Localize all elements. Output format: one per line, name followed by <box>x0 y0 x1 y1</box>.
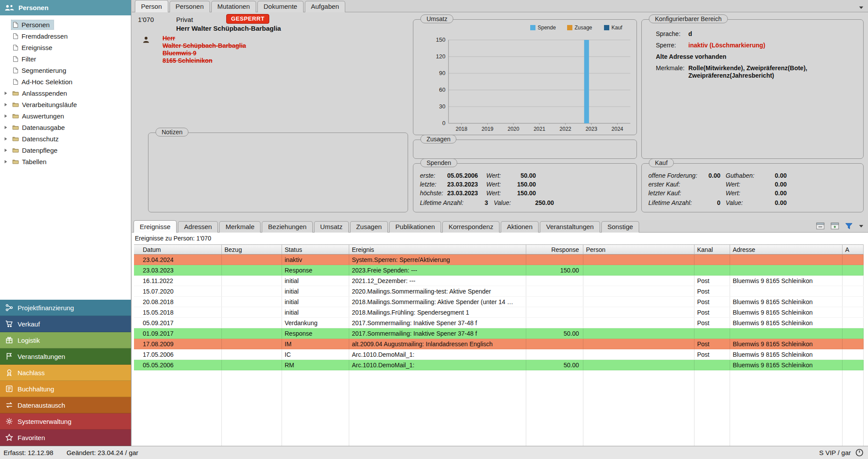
event-row[interactable]: 16.11.2022initial2021.12_Dezember: ---Po… <box>134 276 864 286</box>
module-projektfinanzierung[interactable]: Projektfinanzierung <box>0 300 131 316</box>
expander-icon[interactable] <box>4 126 9 129</box>
event-row[interactable]: 05.05.2006RMArc.1010.DemoMail_1:50.00Blu… <box>134 360 864 370</box>
kauf-label: Value: <box>726 199 743 206</box>
event-row[interactable]: 20.08.2018initial2018.Mailings.Sommermai… <box>134 297 864 307</box>
event-row[interactable]: 15.07.2020initial2020.Mailings.Sommermai… <box>134 286 864 297</box>
cell-status: initial <box>282 276 349 286</box>
tab-person[interactable]: Person <box>135 0 168 12</box>
gesperrt-badge: GESPERRT <box>226 14 269 24</box>
cell-bezug <box>222 297 282 307</box>
tree-item-anlassspenden[interactable]: Anlassspenden <box>0 87 131 99</box>
tree-item-verarbeitungsl-ufe[interactable]: Verarbeitungsläufe <box>0 99 131 110</box>
cell-bezug <box>222 265 282 275</box>
expander-icon[interactable] <box>4 114 9 118</box>
module-list: ProjektfinanzierungVerkaufLogistikVerans… <box>0 300 131 446</box>
expander-icon[interactable] <box>4 148 9 152</box>
event-row[interactable]: 23.03.2023Response2023.Freie Spenden: --… <box>134 265 864 276</box>
tree-item-filter[interactable]: Filter <box>0 53 131 65</box>
detail-tab-beziehungen[interactable]: Beziehungen <box>262 221 313 233</box>
y-tick-label: 0 <box>442 120 445 126</box>
sidebar-header: Personen <box>0 0 131 15</box>
detail-tab-adressen[interactable]: Adressen <box>178 221 218 233</box>
tabstrip-overflow-arrow-icon[interactable] <box>859 6 864 9</box>
tree-item-datenschutz[interactable]: Datenschutz <box>0 133 131 144</box>
tab-mutationen[interactable]: Mutationen <box>211 1 256 12</box>
detail-tab-sonstige[interactable]: Sonstige <box>601 221 639 233</box>
expander-icon[interactable] <box>4 137 9 141</box>
col-header-ereignis[interactable]: Ereignis <box>349 244 526 255</box>
filter-icon[interactable] <box>845 223 853 230</box>
event-row[interactable]: 23.04.2024inaktivSystem.Sperren: Sperre/… <box>134 255 864 265</box>
detail-overflow-arrow-icon[interactable] <box>859 225 864 228</box>
tree-item-label: Datenschutz <box>22 135 58 143</box>
tab-aufgaben[interactable]: Aufgaben <box>305 1 345 12</box>
col-header-status[interactable]: Status <box>282 244 349 255</box>
module-veranstaltungen[interactable]: Veranstaltungen <box>0 348 131 365</box>
star-icon <box>5 434 13 441</box>
cell-bezug <box>222 276 282 286</box>
module-label: Logistik <box>18 337 40 344</box>
detail-tab-korrespondenz[interactable]: Korrespondenz <box>442 221 499 233</box>
event-row[interactable]: 17.05.2006ICArc.1010.DemoMail_1:PostBlue… <box>134 349 864 360</box>
detail-tab-umsatz[interactable]: Umsatz <box>314 221 349 233</box>
spenden-date: 23.03.2023 <box>447 190 478 197</box>
module-favoriten[interactable]: Favoriten <box>0 430 131 446</box>
spenden-groupbox: Spenden erste: 05.05.2006 Wert: 50.00 le… <box>413 163 637 212</box>
panel-collapse-icon[interactable] <box>816 222 825 230</box>
module-datenaustausch[interactable]: Datenaustausch <box>0 397 131 413</box>
module-logistik[interactable]: Logistik <box>0 332 131 348</box>
old-address-block: HerrWalter Schüpbach-BarbagliaBluemwis 9… <box>163 35 246 65</box>
tree-item-datenausgabe[interactable]: Datenausgabe <box>0 122 131 133</box>
x-tick-label: 2018 <box>456 126 467 132</box>
tree-item-fremdadressen[interactable]: Fremdadressen <box>0 30 131 42</box>
panel-add-icon[interactable] <box>831 222 839 230</box>
tree-item-personen[interactable]: Personen <box>0 19 131 30</box>
module-verkauf[interactable]: Verkauf <box>0 316 131 332</box>
col-header-adresse[interactable]: Adresse <box>730 244 843 255</box>
konfigurierbarer-bereich-groupbox: Konfigurierbarer Bereich Sprache: d Sper… <box>641 19 864 159</box>
detail-tab-ereignisse[interactable]: Ereignisse <box>134 220 177 233</box>
tree-item-ereignisse[interactable]: Ereignisse <box>0 42 131 53</box>
expander-icon[interactable] <box>4 103 9 107</box>
tree-item-datenpflege[interactable]: Datenpflege <box>0 144 131 156</box>
col-header-a[interactable]: A <box>843 244 864 255</box>
detail-tab-merkmale[interactable]: Merkmale <box>219 221 260 233</box>
tree-item-label: Verarbeitungsläufe <box>22 101 77 108</box>
col-header-bezug[interactable]: Bezug <box>222 244 282 255</box>
cell-response: 150.00 <box>526 265 583 275</box>
tree-item-auswertungen[interactable]: Auswertungen <box>0 110 131 122</box>
module-nachlass[interactable]: Nachlass <box>0 365 131 381</box>
module-buchhaltung[interactable]: Buchhaltung <box>0 381 131 397</box>
event-row[interactable]: 01.09.2017Response2017.Sommermailing: In… <box>134 328 864 339</box>
detail-tab-aktionen[interactable]: Aktionen <box>501 221 539 233</box>
col-header-response[interactable]: Response <box>526 244 583 255</box>
col-header-kanal[interactable]: Kanal <box>694 244 730 255</box>
power-icon[interactable] <box>855 448 864 457</box>
tree-item-ad-hoc-selektion[interactable]: Ad-Hoc Selektion <box>0 76 131 87</box>
cell-kanal <box>694 265 730 275</box>
person-type: Privat <box>176 16 193 23</box>
tree-item-tabellen[interactable]: Tabellen <box>0 156 131 167</box>
event-row[interactable]: 17.08.2009IMalt.2009.04 Augustmailing: I… <box>134 339 864 349</box>
expander-icon[interactable] <box>4 91 9 95</box>
detail-tab-publikationen[interactable]: Publikationen <box>389 221 441 233</box>
col-header-person[interactable]: Person <box>583 244 694 255</box>
cell-a <box>843 307 864 317</box>
kauf-value: 0.00 <box>692 172 720 179</box>
event-row[interactable]: 05.09.2017Verdankung2017.Sommermailing: … <box>134 318 864 328</box>
tree-item-segmentierung[interactable]: Segmentierung <box>0 65 131 76</box>
tab-personen[interactable]: Personen <box>170 1 210 12</box>
notizen-title: Notizen <box>156 128 188 136</box>
tab-dokumente[interactable]: Dokumente <box>257 1 304 12</box>
cell-datum: 01.09.2017 <box>134 328 222 338</box>
module-label: Favoriten <box>18 434 45 441</box>
expander-icon[interactable] <box>4 160 9 164</box>
spenden-date: 05.05.2006 <box>447 172 478 179</box>
event-row[interactable]: 15.05.2018initial2018.Mailings.Frühling:… <box>134 307 864 318</box>
detail-tab-veranstaltungen[interactable]: Veranstaltungen <box>540 221 600 233</box>
y-tick-label: 60 <box>439 86 445 93</box>
col-header-datum[interactable]: Datum <box>134 244 222 255</box>
module-systemverwaltung[interactable]: Systemverwaltung <box>0 413 131 430</box>
filler-cell <box>583 370 694 446</box>
detail-tab-zusagen[interactable]: Zusagen <box>350 221 388 233</box>
